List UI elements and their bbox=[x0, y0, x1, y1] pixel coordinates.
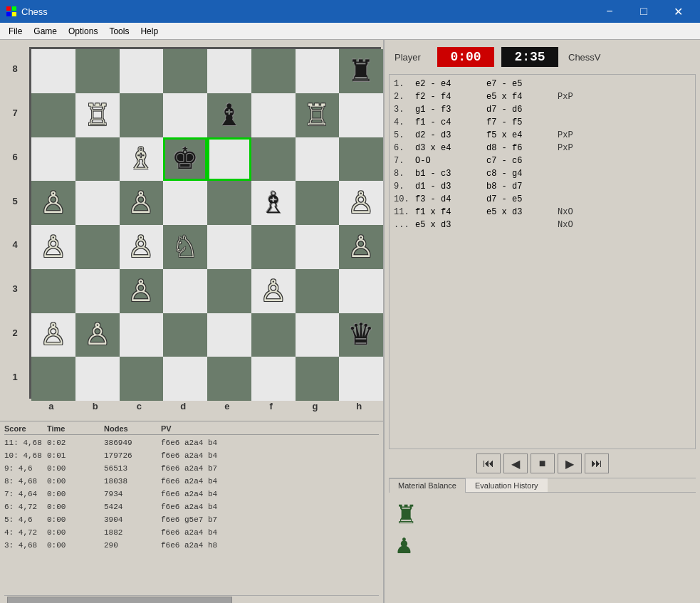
chess-piece-a5[interactable]: ♙ bbox=[31, 181, 75, 225]
square-h1[interactable] bbox=[339, 357, 383, 401]
chess-piece-c5[interactable]: ♙ bbox=[120, 181, 164, 225]
move-row[interactable]: 8. b1 - c3 c8 - g4 bbox=[394, 167, 691, 180]
square-d2[interactable] bbox=[163, 313, 207, 357]
move-row[interactable]: 2. f2 - f4 e5 x f4 PxP bbox=[394, 90, 691, 103]
move-row[interactable]: 1. e2 - e4 e7 - e5 bbox=[394, 78, 691, 90]
chess-piece-e7[interactable]: ♝ bbox=[207, 93, 251, 137]
chess-piece-a4[interactable]: ♙ bbox=[31, 225, 75, 269]
move-row[interactable]: 9. d1 - d3 b8 - d7 bbox=[394, 180, 691, 193]
move-row[interactable]: 7. O-O c7 - c6 bbox=[394, 154, 691, 167]
square-a8[interactable] bbox=[31, 49, 75, 93]
chess-piece-f3[interactable]: ♙ bbox=[251, 269, 296, 313]
first-move-button[interactable]: ⏮ bbox=[476, 453, 501, 473]
chess-piece-h2[interactable]: ♛ bbox=[339, 313, 383, 357]
bottom-scrollbar[interactable] bbox=[4, 595, 379, 603]
square-g2[interactable] bbox=[296, 313, 340, 357]
square-h6[interactable] bbox=[339, 137, 383, 182]
move-row[interactable]: 3. g1 - f3 d7 - d6 bbox=[394, 103, 691, 116]
square-g3[interactable] bbox=[296, 269, 340, 313]
chess-piece-a2[interactable]: ♙ bbox=[31, 313, 75, 357]
chess-piece-h8[interactable]: ♜ bbox=[339, 49, 383, 93]
analysis-row[interactable]: 6: 4,72 0:00 5424 f6e6 a2a4 b4b3 g7e7 b7… bbox=[4, 500, 379, 513]
analysis-rows[interactable]: 11: 4,68 0:02 386949 f6e6 a2a4 b4b3 h2g2… bbox=[4, 436, 379, 595]
menu-game[interactable]: Game bbox=[28, 23, 63, 39]
square-a1[interactable] bbox=[31, 357, 75, 401]
square-e6[interactable] bbox=[207, 137, 251, 182]
tab-evaluation-history[interactable]: Evaluation History bbox=[466, 478, 548, 492]
minimize-button[interactable]: − bbox=[593, 0, 626, 23]
chess-piece-h5[interactable]: ♙ bbox=[339, 181, 383, 225]
analysis-row[interactable]: 5: 4,6 0:00 3904 f6e6 g5e7 b7e7 b7e7 a2a… bbox=[4, 513, 379, 526]
square-c2[interactable] bbox=[120, 313, 164, 357]
square-c1[interactable] bbox=[120, 357, 164, 401]
square-e8[interactable] bbox=[207, 49, 251, 93]
analysis-row[interactable]: 10: 4,68 0:01 179726 f6e6 a2a4 b4a3 b2a3… bbox=[4, 449, 379, 462]
play-button[interactable]: ▶ bbox=[558, 453, 582, 473]
square-g1[interactable] bbox=[296, 357, 340, 401]
move-row[interactable]: 11. f1 x f4 e5 x d3 NxO bbox=[394, 206, 691, 219]
square-g4[interactable] bbox=[296, 225, 340, 269]
square-d7[interactable] bbox=[163, 93, 207, 137]
last-move-button[interactable]: ⏭ bbox=[585, 453, 609, 473]
chess-piece-c3[interactable]: ♙ bbox=[120, 269, 164, 313]
square-f8[interactable] bbox=[251, 49, 296, 93]
move-row[interactable]: 4. f1 - c4 f7 - f5 bbox=[394, 116, 691, 129]
analysis-row[interactable]: 7: 4,64 0:00 7934 f6e6 a2a4 b4b3 g7e7 b7… bbox=[4, 488, 379, 500]
chess-board[interactable]: ♜♖♝♖♗♚♙♙♗♙♙♙♘♙♙♙♙♙♛ bbox=[29, 47, 381, 399]
chess-piece-g7[interactable]: ♖ bbox=[296, 93, 340, 137]
analysis-row[interactable]: 8: 4,68 0:00 18038 f6e6 a2a4 b4b3 h2g2 b… bbox=[4, 475, 379, 488]
maximize-button[interactable]: □ bbox=[627, 0, 660, 23]
square-a7[interactable] bbox=[31, 93, 75, 137]
chess-piece-b2[interactable]: ♙ bbox=[75, 313, 120, 357]
chess-piece-d4[interactable]: ♘ bbox=[163, 225, 207, 269]
chess-piece-b7[interactable]: ♖ bbox=[75, 93, 120, 137]
square-f1[interactable] bbox=[251, 357, 296, 401]
moves-list[interactable]: 1. e2 - e4 e7 - e5 2. f2 - f4 e5 x f4 Px… bbox=[390, 75, 695, 449]
square-a6[interactable] bbox=[31, 137, 75, 182]
square-b4[interactable] bbox=[75, 225, 120, 269]
square-d5[interactable] bbox=[163, 181, 207, 225]
square-d8[interactable] bbox=[163, 49, 207, 93]
menu-options[interactable]: Options bbox=[63, 23, 103, 39]
chess-piece-d6[interactable]: ♚ bbox=[163, 137, 207, 182]
square-c7[interactable] bbox=[120, 93, 164, 137]
analysis-row[interactable]: 4: 4,72 0:00 1882 f6e6 a2a4 b4b3 g5e7 b7… bbox=[4, 526, 379, 539]
square-b3[interactable] bbox=[75, 269, 120, 313]
menu-help[interactable]: Help bbox=[135, 23, 164, 39]
square-g6[interactable] bbox=[296, 137, 340, 182]
square-e3[interactable] bbox=[207, 269, 251, 313]
move-row[interactable]: 10. f3 - d4 d7 - e5 bbox=[394, 193, 691, 206]
move-row[interactable]: 5. d2 - d3 f5 x e4 PxP bbox=[394, 129, 691, 142]
square-c8[interactable] bbox=[120, 49, 164, 93]
chess-piece-h4[interactable]: ♙ bbox=[339, 225, 383, 269]
chess-piece-c6[interactable]: ♗ bbox=[120, 137, 164, 182]
square-a3[interactable] bbox=[31, 269, 75, 313]
tab-material-balance[interactable]: Material Balance bbox=[389, 478, 466, 493]
square-b6[interactable] bbox=[75, 137, 120, 182]
analysis-row[interactable]: 3: 4,68 0:00 290 f6e6 a2a4 h8e8 bbox=[4, 539, 379, 552]
square-b5[interactable] bbox=[75, 181, 120, 225]
square-e1[interactable] bbox=[207, 357, 251, 401]
square-g5[interactable] bbox=[296, 181, 340, 225]
move-row[interactable]: ... e5 x d3 NxO bbox=[394, 219, 691, 231]
square-h7[interactable] bbox=[339, 93, 383, 137]
close-button[interactable]: ✕ bbox=[662, 0, 694, 23]
square-b8[interactable] bbox=[75, 49, 120, 93]
chess-piece-f5[interactable]: ♗ bbox=[251, 181, 296, 225]
square-d3[interactable] bbox=[163, 269, 207, 313]
square-f7[interactable] bbox=[251, 93, 296, 137]
square-h3[interactable] bbox=[339, 269, 383, 313]
square-e5[interactable] bbox=[207, 181, 251, 225]
move-row[interactable]: 6. d3 x e4 d8 - f6 PxP bbox=[394, 142, 691, 154]
square-f4[interactable] bbox=[251, 225, 296, 269]
square-e2[interactable] bbox=[207, 313, 251, 357]
analysis-row[interactable]: 11: 4,68 0:02 386949 f6e6 a2a4 b4b3 h2g2… bbox=[4, 436, 379, 449]
square-e4[interactable] bbox=[207, 225, 251, 269]
square-b1[interactable] bbox=[75, 357, 120, 401]
chess-piece-c4[interactable]: ♙ bbox=[120, 225, 164, 269]
square-g8[interactable] bbox=[296, 49, 340, 93]
prev-move-button[interactable]: ◀ bbox=[503, 453, 528, 473]
stop-button[interactable]: ■ bbox=[531, 453, 555, 473]
square-d1[interactable] bbox=[163, 357, 207, 401]
square-f2[interactable] bbox=[251, 313, 296, 357]
